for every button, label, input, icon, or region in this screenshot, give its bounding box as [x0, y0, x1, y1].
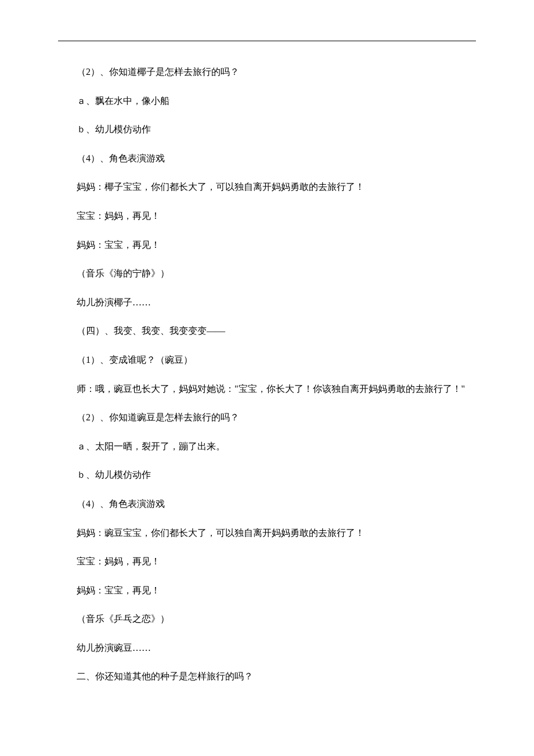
body-text: （4）、角色表演游戏 [58, 151, 476, 166]
body-text: （4）、角色表演游戏 [58, 496, 476, 512]
body-text: 二、你还知道其他的种子是怎样旅行的吗？ [58, 669, 476, 684]
body-text: （2）、你知道椰子是怎样去旅行的吗？ [58, 64, 476, 80]
body-text: （1）、变成谁呢？（豌豆） [58, 352, 476, 368]
body-text: ａ、飘在水中，像小船 [58, 93, 476, 109]
body-text: 妈妈：豌豆宝宝，你们都长大了，可以独自离开妈妈勇敢的去旅行了！ [58, 525, 476, 541]
body-text: 幼儿扮演豌豆…… [58, 640, 476, 656]
body-text: ａ、太阳一晒，裂开了，蹦了出来。 [58, 439, 476, 454]
body-text: 幼儿扮演椰子…… [58, 295, 476, 310]
body-text: 宝宝：妈妈，再见！ [58, 554, 476, 569]
body-text: ｂ、幼儿模仿动作 [58, 467, 476, 483]
body-text: 宝宝：妈妈，再见！ [58, 208, 476, 224]
body-text: 妈妈：宝宝，再见！ [58, 237, 476, 253]
body-text: （2）、你知道豌豆是怎样去旅行的吗？ [58, 410, 476, 425]
body-text: 师：哦，豌豆也长大了，妈妈对她说："宝宝，你长大了！你该独自离开妈妈勇敢的去旅行… [58, 381, 476, 397]
body-text: 妈妈：宝宝，再见！ [58, 583, 476, 598]
body-text: 妈妈：椰子宝宝，你们都长大了，可以独自离开妈妈勇敢的去旅行了！ [58, 179, 476, 195]
page-header-rule [58, 41, 476, 41]
body-text: ｂ、幼儿模仿动作 [58, 122, 476, 137]
body-text: （音乐《乒乓之恋》） [58, 611, 476, 627]
body-text: （音乐《海的宁静》） [58, 266, 476, 281]
body-text: （四）、我变、我变、我变变变—— [58, 323, 476, 339]
